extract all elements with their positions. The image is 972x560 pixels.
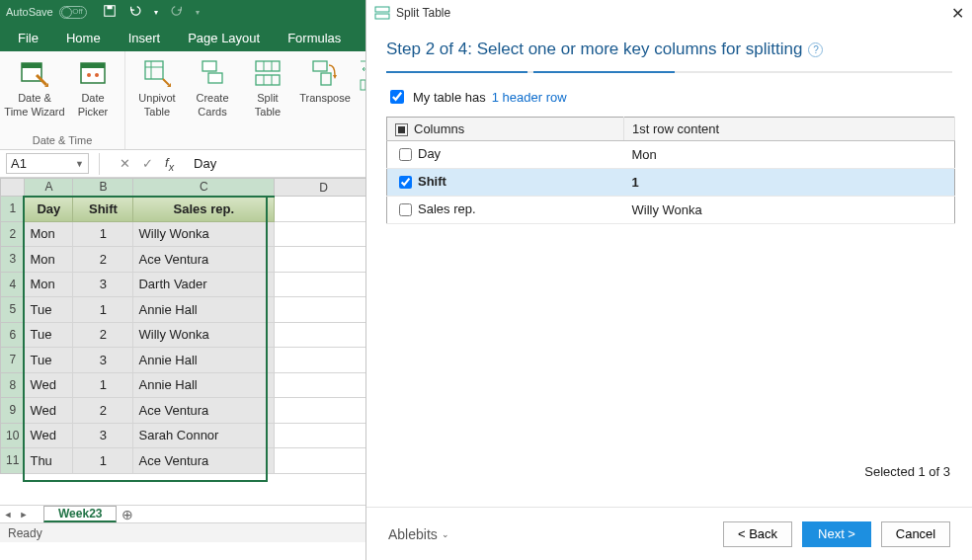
col-A[interactable]: A [25,179,73,197]
next-button[interactable]: Next > [802,521,871,547]
tab-formulas[interactable]: Formulas [274,25,355,51]
btn-split-table[interactable]: Split Table [240,55,295,134]
cell[interactable]: Annie Hall [133,372,275,398]
cell[interactable]: Tue [25,322,73,348]
col-row-salesrep[interactable]: Sales rep. Willy Wonka [387,197,955,224]
back-button[interactable]: < Back [723,521,792,547]
cell[interactable]: 2 [73,322,133,348]
enter-formula-icon[interactable]: ✓ [142,156,153,171]
tab-scroll-right[interactable]: ► [16,507,32,522]
btn-unpivot-table[interactable]: Unpivot Table [129,55,185,134]
tab-file[interactable]: File [4,25,52,51]
cell[interactable]: 2 [73,247,133,273]
cell[interactable]: Wed [25,423,73,448]
cell[interactable]: 1 [73,297,133,323]
tab-home[interactable]: Home [52,25,115,51]
cell[interactable]: Shift [73,197,133,222]
sheet-tab[interactable]: Week23 [43,506,117,522]
cancel-button[interactable]: Cancel [881,521,950,547]
redo-dropdown-icon[interactable]: ▾ [196,8,200,17]
select-all[interactable] [1,179,25,197]
col-checkbox-salesrep[interactable] [399,203,412,216]
row-6[interactable]: 6 [1,322,25,348]
cell[interactable]: Mon [25,272,73,297]
save-icon[interactable] [103,4,117,21]
cell[interactable]: 2 [73,398,133,424]
redo-icon[interactable] [170,4,184,21]
cell[interactable]: Sales rep. [133,197,275,222]
undo-dropdown-icon[interactable]: ▾ [154,8,158,17]
brand-dropdown[interactable]: Ablebits ⌄ [388,526,449,542]
cell[interactable]: Annie Hall [133,348,275,373]
header-row-checkbox[interactable] [390,90,404,104]
cell[interactable]: Day [25,197,73,222]
row-5[interactable]: 5 [1,297,25,323]
col-row-day[interactable]: Day Mon [387,141,955,169]
row-7[interactable]: 7 [1,348,25,373]
cell[interactable]: Ace Ventura [133,448,275,474]
cell[interactable]: Tue [25,297,73,323]
col-row-shift[interactable]: Shift 1 [387,169,955,197]
cell[interactable] [275,297,373,323]
row-3[interactable]: 3 [1,247,25,273]
cell[interactable]: Ace Ventura [133,398,275,424]
cell[interactable]: Mon [25,221,73,247]
cell[interactable]: Wed [25,372,73,398]
cell[interactable]: 3 [73,348,133,373]
row-8[interactable]: 8 [1,372,25,398]
cell[interactable] [275,423,373,448]
cell[interactable]: Darth Vader [133,272,275,297]
col-checkbox-day[interactable] [399,148,412,161]
autosave-toggle[interactable]: Off [59,6,87,19]
cell[interactable]: Willy Wonka [133,322,275,348]
cell[interactable]: Tue [25,348,73,373]
colhdr-columns[interactable]: Columns [387,118,624,141]
help-icon[interactable]: ? [808,42,823,57]
cell[interactable]: 3 [73,423,133,448]
row-10[interactable]: 10 [1,423,25,448]
row-9[interactable]: 9 [1,398,25,424]
header-row-count-link[interactable]: 1 header row [492,90,567,105]
undo-icon[interactable] [128,4,142,21]
tab-page-layout[interactable]: Page Layout [174,25,274,51]
row-11[interactable]: 11 [1,448,25,474]
cell[interactable]: Annie Hall [133,297,275,323]
col-C[interactable]: C [133,179,275,197]
header-row-checkbox-row[interactable]: My table has 1 header row [386,87,952,107]
cell[interactable]: 1 [73,221,133,247]
cancel-formula-icon[interactable]: ✕ [120,156,130,171]
cell[interactable]: Sarah Connor [133,423,275,448]
cell[interactable] [275,372,373,398]
insert-function-icon[interactable]: fx [165,155,174,173]
row-2[interactable]: 2 [1,221,25,247]
add-sheet-icon[interactable]: ⊕ [117,507,138,522]
cell[interactable]: 1 [73,448,133,474]
btn-datetime-wizard[interactable]: Date & Time Wizard [4,55,65,134]
btn-create-cards[interactable]: Create Cards [185,55,240,134]
name-box[interactable]: A1 ▼ [6,153,89,174]
cell[interactable]: Thu [25,448,73,474]
tab-scroll-left[interactable]: ◄ [0,507,16,522]
cell[interactable] [275,221,373,247]
cell[interactable] [275,448,373,474]
tab-insert[interactable]: Insert [115,25,175,51]
select-all-columns-checkbox[interactable] [395,123,408,136]
cell[interactable] [275,272,373,297]
col-B[interactable]: B [73,179,133,197]
btn-date-picker[interactable]: Date Picker [65,55,121,134]
cell[interactable]: Ace Ventura [133,247,275,273]
cell[interactable] [275,398,373,424]
col-D[interactable]: D [275,179,373,197]
btn-transpose[interactable]: Transpose [295,55,355,134]
cell[interactable] [275,247,373,273]
cell[interactable] [275,322,373,348]
cell[interactable]: Mon [25,247,73,273]
row-1[interactable]: 1 [1,197,25,222]
close-icon[interactable]: ✕ [951,4,964,23]
row-4[interactable]: 4 [1,272,25,297]
cell[interactable] [275,348,373,373]
col-checkbox-shift[interactable] [399,176,412,189]
cell[interactable]: 3 [73,272,133,297]
cell[interactable]: Wed [25,398,73,424]
cell[interactable]: 1 [73,372,133,398]
